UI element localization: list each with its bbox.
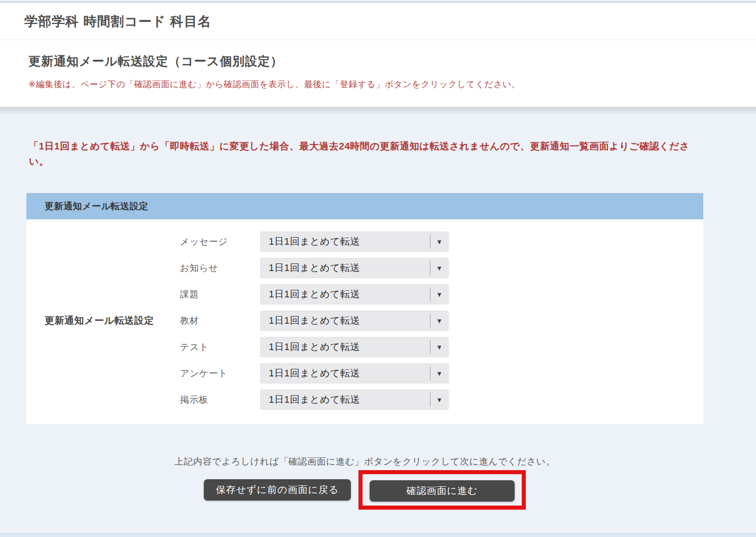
select-value: 1日1回まとめて転送 bbox=[261, 393, 430, 406]
row-group-label: 更新通知メール転送設定 bbox=[26, 228, 180, 413]
select-arrow-box[interactable]: ▼ bbox=[430, 340, 448, 354]
row-label: メッセージ bbox=[180, 236, 260, 248]
page-header: 更新通知メール転送設定（コース個別設定） ※編集後は、ページ下の「確認画面に進む… bbox=[0, 40, 756, 107]
table-row: メッセージ 1日1回まとめて転送 ▼ bbox=[180, 228, 703, 255]
chevron-down-icon: ▼ bbox=[436, 238, 443, 246]
select-value: 1日1回まとめて転送 bbox=[261, 340, 430, 354]
select-arrow-box[interactable]: ▼ bbox=[430, 287, 448, 301]
course-title: 学部学科 時間割コード 科目名 bbox=[24, 13, 211, 30]
row-label: 掲示板 bbox=[180, 394, 260, 406]
chevron-down-icon: ▼ bbox=[436, 396, 443, 404]
table-row: お知らせ 1日1回まとめて転送 ▼ bbox=[180, 255, 703, 281]
row-label: アンケート bbox=[180, 367, 260, 379]
select-arrow-box[interactable]: ▼ bbox=[430, 235, 448, 249]
chevron-down-icon: ▼ bbox=[436, 264, 443, 272]
chevron-down-icon: ▼ bbox=[436, 370, 443, 377]
course-header: 学部学科 時間割コード 科目名 bbox=[0, 3, 756, 40]
row-label: テスト bbox=[180, 341, 260, 353]
button-row: 保存せずに前の画面に戻る 確認画面に進む bbox=[26, 470, 703, 510]
header-shadow bbox=[0, 107, 756, 113]
chevron-down-icon: ▼ bbox=[436, 291, 443, 298]
settings-table: 更新通知メール転送設定 更新通知メール転送設定 メッセージ 1日1回まとめて転送… bbox=[26, 193, 703, 424]
highlight-box: 確認画面に進む bbox=[358, 470, 526, 510]
confirm-instruction: 上記内容でよろしければ「確認画面に進む」ボタンをクリックして次に進んでください。 bbox=[26, 455, 703, 468]
proceed-button[interactable]: 確認画面に進む bbox=[370, 480, 515, 502]
table-row: アンケート 1日1回まとめて転送 ▼ bbox=[180, 360, 703, 387]
assignment-forward-select[interactable]: 1日1回まとめて転送 ▼ bbox=[260, 284, 449, 304]
table-row: テスト 1日1回まとめて転送 ▼ bbox=[180, 334, 703, 360]
message-forward-select[interactable]: 1日1回まとめて転送 ▼ bbox=[260, 232, 449, 252]
back-button[interactable]: 保存せずに前の画面に戻る bbox=[204, 479, 351, 501]
select-value: 1日1回まとめて転送 bbox=[261, 288, 430, 301]
settings-rows: メッセージ 1日1回まとめて転送 ▼ お知らせ 1日1回まとめて転送 ▼ 課題 bbox=[180, 228, 703, 413]
settings-table-header: 更新通知メール転送設定 bbox=[26, 193, 703, 219]
page-title: 更新通知メール転送設定（コース個別設定） bbox=[28, 53, 736, 69]
board-forward-select[interactable]: 1日1回まとめて転送 ▼ bbox=[260, 390, 449, 410]
chevron-down-icon: ▼ bbox=[436, 343, 443, 351]
main-content: 「1日1回まとめて転送」から「即時転送」に変更した場合、最大過去24時間の更新通… bbox=[0, 113, 756, 510]
row-label: お知らせ bbox=[180, 262, 260, 274]
select-arrow-box[interactable]: ▼ bbox=[430, 261, 448, 275]
forward-change-warning: 「1日1回まとめて転送」から「即時転送」に変更した場合、最大過去24時間の更新通… bbox=[29, 139, 698, 169]
row-label: 教材 bbox=[180, 315, 260, 327]
settings-table-body: 更新通知メール転送設定 メッセージ 1日1回まとめて転送 ▼ お知らせ 1日1回… bbox=[26, 219, 703, 424]
material-forward-select[interactable]: 1日1回まとめて転送 ▼ bbox=[260, 311, 449, 331]
select-arrow-box[interactable]: ▼ bbox=[430, 314, 448, 328]
select-value: 1日1回まとめて転送 bbox=[261, 367, 430, 380]
select-arrow-box[interactable]: ▼ bbox=[430, 393, 448, 407]
survey-forward-select[interactable]: 1日1回まとめて転送 ▼ bbox=[260, 363, 449, 383]
bottom-strip bbox=[0, 533, 756, 537]
announcement-forward-select[interactable]: 1日1回まとめて転送 ▼ bbox=[260, 258, 449, 278]
table-row: 課題 1日1回まとめて転送 ▼ bbox=[180, 281, 703, 308]
table-row: 教材 1日1回まとめて転送 ▼ bbox=[180, 308, 703, 334]
row-label: 課題 bbox=[180, 288, 260, 300]
select-value: 1日1回まとめて転送 bbox=[261, 261, 430, 275]
select-value: 1日1回まとめて転送 bbox=[261, 235, 430, 248]
chevron-down-icon: ▼ bbox=[436, 317, 443, 325]
table-row: 掲示板 1日1回まとめて転送 ▼ bbox=[180, 387, 703, 413]
select-value: 1日1回まとめて転送 bbox=[261, 314, 430, 327]
test-forward-select[interactable]: 1日1回まとめて転送 ▼ bbox=[260, 337, 449, 357]
edit-note: ※編集後は、ページ下の「確認画面に進む」から確認画面を表示し、最後に「登録する」… bbox=[28, 79, 736, 90]
select-arrow-box[interactable]: ▼ bbox=[430, 366, 448, 380]
